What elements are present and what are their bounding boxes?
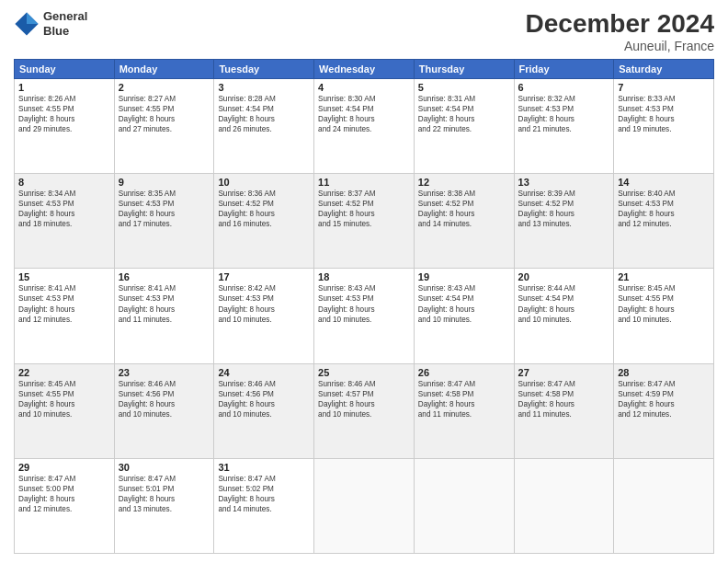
calendar-day-cell: 1Sunrise: 8:26 AMSunset: 4:55 PMDaylight… <box>15 79 115 174</box>
day-detail: Sunrise: 8:47 AMSunset: 4:59 PMDaylight:… <box>618 379 710 419</box>
calendar-day-cell: 5Sunrise: 8:31 AMSunset: 4:54 PMDaylight… <box>414 79 514 174</box>
day-detail: Sunrise: 8:26 AMSunset: 4:55 PMDaylight:… <box>18 94 110 134</box>
day-number: 26 <box>418 367 510 378</box>
day-number: 27 <box>518 367 610 378</box>
day-number: 30 <box>119 462 210 473</box>
logo-icon <box>14 11 40 37</box>
calendar-table: SundayMondayTuesdayWednesdayThursdayFrid… <box>14 59 714 554</box>
day-number: 9 <box>119 177 210 188</box>
day-number: 14 <box>618 177 710 188</box>
day-number: 10 <box>218 177 310 188</box>
calendar-day-cell: 29Sunrise: 8:47 AMSunset: 5:00 PMDayligh… <box>15 458 115 553</box>
title-block: December 2024 Auneuil, France <box>526 9 714 53</box>
calendar-day-cell: 15Sunrise: 8:41 AMSunset: 4:53 PMDayligh… <box>15 269 115 363</box>
day-detail: Sunrise: 8:35 AMSunset: 4:53 PMDaylight:… <box>119 189 210 229</box>
calendar-day-cell: 30Sunrise: 8:47 AMSunset: 5:01 PMDayligh… <box>114 458 214 553</box>
calendar-header-cell: Friday <box>514 60 614 79</box>
calendar-day-cell <box>314 458 415 553</box>
calendar-day-cell <box>414 458 514 553</box>
calendar-week-row: 8Sunrise: 8:34 AMSunset: 4:53 PMDaylight… <box>15 174 714 269</box>
calendar-day-cell <box>614 458 714 553</box>
day-number: 6 <box>518 82 610 93</box>
main-title: December 2024 <box>526 9 714 39</box>
day-number: 12 <box>418 177 510 188</box>
calendar-day-cell: 10Sunrise: 8:36 AMSunset: 4:52 PMDayligh… <box>214 174 314 269</box>
day-number: 28 <box>618 367 710 378</box>
day-detail: Sunrise: 8:46 AMSunset: 4:56 PMDaylight:… <box>119 379 210 419</box>
day-number: 11 <box>318 177 410 188</box>
day-detail: Sunrise: 8:27 AMSunset: 4:55 PMDaylight:… <box>119 94 210 134</box>
day-number: 29 <box>18 462 110 473</box>
day-detail: Sunrise: 8:41 AMSunset: 4:53 PMDaylight:… <box>18 283 110 324</box>
day-number: 15 <box>18 271 110 282</box>
day-number: 24 <box>218 367 310 378</box>
calendar-day-cell: 6Sunrise: 8:32 AMSunset: 4:53 PMDaylight… <box>514 79 614 174</box>
calendar-day-cell: 20Sunrise: 8:44 AMSunset: 4:54 PMDayligh… <box>514 269 614 363</box>
logo: General Blue <box>14 9 87 38</box>
day-detail: Sunrise: 8:42 AMSunset: 4:53 PMDaylight:… <box>218 283 310 324</box>
day-number: 1 <box>18 82 110 93</box>
day-number: 17 <box>218 271 310 282</box>
calendar-day-cell: 4Sunrise: 8:30 AMSunset: 4:54 PMDaylight… <box>314 79 415 174</box>
day-detail: Sunrise: 8:46 AMSunset: 4:57 PMDaylight:… <box>318 379 410 419</box>
day-number: 8 <box>18 177 110 188</box>
calendar-header-cell: Sunday <box>15 60 115 79</box>
calendar-header-cell: Saturday <box>614 60 714 79</box>
calendar-header-cell: Tuesday <box>214 60 314 79</box>
calendar-header-cell: Monday <box>114 60 214 79</box>
calendar-header-row: SundayMondayTuesdayWednesdayThursdayFrid… <box>15 60 714 79</box>
calendar-day-cell: 18Sunrise: 8:43 AMSunset: 4:53 PMDayligh… <box>314 269 415 363</box>
day-detail: Sunrise: 8:47 AMSunset: 5:00 PMDaylight:… <box>18 474 110 514</box>
day-number: 16 <box>119 271 210 282</box>
day-detail: Sunrise: 8:41 AMSunset: 4:53 PMDaylight:… <box>119 283 210 324</box>
calendar-day-cell: 16Sunrise: 8:41 AMSunset: 4:53 PMDayligh… <box>114 269 214 363</box>
calendar-day-cell: 3Sunrise: 8:28 AMSunset: 4:54 PMDaylight… <box>214 79 314 174</box>
calendar-day-cell: 7Sunrise: 8:33 AMSunset: 4:53 PMDaylight… <box>614 79 714 174</box>
calendar-day-cell: 17Sunrise: 8:42 AMSunset: 4:53 PMDayligh… <box>214 269 314 363</box>
calendar-day-cell: 31Sunrise: 8:47 AMSunset: 5:02 PMDayligh… <box>214 458 314 553</box>
day-detail: Sunrise: 8:43 AMSunset: 4:54 PMDaylight:… <box>418 283 510 324</box>
day-number: 2 <box>119 82 210 93</box>
day-number: 22 <box>18 367 110 378</box>
day-number: 18 <box>318 271 410 282</box>
day-detail: Sunrise: 8:47 AMSunset: 5:01 PMDaylight:… <box>119 474 210 514</box>
day-detail: Sunrise: 8:28 AMSunset: 4:54 PMDaylight:… <box>218 94 310 134</box>
calendar-day-cell: 22Sunrise: 8:45 AMSunset: 4:55 PMDayligh… <box>15 363 115 458</box>
calendar-week-row: 1Sunrise: 8:26 AMSunset: 4:55 PMDaylight… <box>15 79 714 174</box>
svg-marker-1 <box>27 12 39 24</box>
calendar-day-cell: 28Sunrise: 8:47 AMSunset: 4:59 PMDayligh… <box>614 363 714 458</box>
calendar-day-cell: 13Sunrise: 8:39 AMSunset: 4:52 PMDayligh… <box>514 174 614 269</box>
day-detail: Sunrise: 8:47 AMSunset: 4:58 PMDaylight:… <box>418 379 510 419</box>
day-detail: Sunrise: 8:32 AMSunset: 4:53 PMDaylight:… <box>518 94 610 134</box>
calendar-day-cell: 27Sunrise: 8:47 AMSunset: 4:58 PMDayligh… <box>514 363 614 458</box>
day-number: 19 <box>418 271 510 282</box>
day-detail: Sunrise: 8:38 AMSunset: 4:52 PMDaylight:… <box>418 189 510 229</box>
day-detail: Sunrise: 8:37 AMSunset: 4:52 PMDaylight:… <box>318 189 410 229</box>
day-detail: Sunrise: 8:43 AMSunset: 4:53 PMDaylight:… <box>318 283 410 324</box>
day-detail: Sunrise: 8:40 AMSunset: 4:53 PMDaylight:… <box>618 189 710 229</box>
calendar-week-row: 22Sunrise: 8:45 AMSunset: 4:55 PMDayligh… <box>15 363 714 458</box>
logo-text: General Blue <box>43 9 87 38</box>
day-number: 25 <box>318 367 410 378</box>
calendar-day-cell: 9Sunrise: 8:35 AMSunset: 4:53 PMDaylight… <box>114 174 214 269</box>
calendar-day-cell: 19Sunrise: 8:43 AMSunset: 4:54 PMDayligh… <box>414 269 514 363</box>
day-detail: Sunrise: 8:31 AMSunset: 4:54 PMDaylight:… <box>418 94 510 134</box>
calendar-body: 1Sunrise: 8:26 AMSunset: 4:55 PMDaylight… <box>15 79 714 554</box>
day-number: 13 <box>518 177 610 188</box>
day-detail: Sunrise: 8:45 AMSunset: 4:55 PMDaylight:… <box>618 283 710 324</box>
calendar-week-row: 15Sunrise: 8:41 AMSunset: 4:53 PMDayligh… <box>15 269 714 363</box>
day-number: 7 <box>618 82 710 93</box>
page: General Blue December 2024 Auneuil, Fran… <box>0 0 728 563</box>
calendar-day-cell: 8Sunrise: 8:34 AMSunset: 4:53 PMDaylight… <box>15 174 115 269</box>
day-detail: Sunrise: 8:36 AMSunset: 4:52 PMDaylight:… <box>218 189 310 229</box>
day-detail: Sunrise: 8:44 AMSunset: 4:54 PMDaylight:… <box>518 283 610 324</box>
calendar-header-cell: Wednesday <box>314 60 415 79</box>
calendar-day-cell: 2Sunrise: 8:27 AMSunset: 4:55 PMDaylight… <box>114 79 214 174</box>
day-detail: Sunrise: 8:47 AMSunset: 5:02 PMDaylight:… <box>218 474 310 514</box>
day-number: 4 <box>318 82 410 93</box>
day-number: 5 <box>418 82 510 93</box>
calendar-day-cell: 11Sunrise: 8:37 AMSunset: 4:52 PMDayligh… <box>314 174 415 269</box>
day-detail: Sunrise: 8:46 AMSunset: 4:56 PMDaylight:… <box>218 379 310 419</box>
day-number: 21 <box>618 271 710 282</box>
calendar-header-cell: Thursday <box>414 60 514 79</box>
